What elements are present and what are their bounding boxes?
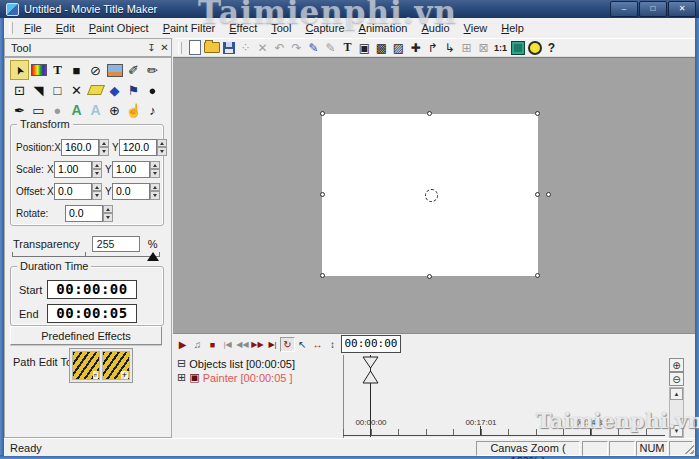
handle-top-center[interactable] — [427, 111, 432, 116]
select-tool[interactable]: ➤ — [10, 60, 29, 80]
position-x-stepper[interactable] — [99, 139, 109, 156]
position-x-field[interactable]: 160.0 — [61, 139, 99, 156]
loop-mode-button[interactable]: ↻ — [280, 337, 295, 352]
filled-rectangle-tool[interactable]: ■ — [67, 60, 86, 80]
offset-x-field[interactable]: 0.0 — [54, 183, 92, 200]
object-arrange-icon-1[interactable]: ▣ — [356, 40, 373, 56]
soft-text-tool[interactable]: A — [86, 100, 105, 120]
extend-vertical-button[interactable]: ↕ — [325, 337, 340, 352]
handle-bottom-center[interactable] — [427, 274, 432, 279]
redo-icon[interactable]: ↷ — [288, 40, 305, 56]
blur-tool[interactable]: ● — [143, 80, 162, 100]
painter-row[interactable]: ⊞ ▣ Painter [00:00:05 ] — [177, 371, 293, 384]
close-button[interactable]: ✕ — [668, 1, 696, 17]
handle-center-pivot[interactable] — [425, 189, 438, 202]
move-object-icon[interactable]: ✚ — [407, 40, 424, 56]
close-panel-icon[interactable]: ✕ — [158, 39, 171, 56]
path-edit-icon[interactable]: ▫ — [72, 351, 100, 380]
background-color-icon[interactable] — [526, 40, 543, 56]
stop-button[interactable]: ■ — [205, 337, 220, 352]
zoom-tool[interactable]: ⊕ — [105, 100, 124, 120]
offset-x-stepper[interactable] — [92, 183, 102, 200]
rotate-field[interactable]: 0.0 — [65, 205, 103, 222]
text-object-icon[interactable]: T — [339, 40, 356, 56]
show-grid-icon[interactable] — [509, 40, 526, 56]
open-folder-icon[interactable] — [203, 40, 220, 56]
scissors-tool[interactable]: ✕ — [67, 80, 86, 100]
handle-mid-left[interactable] — [320, 192, 325, 197]
text-tool[interactable]: T — [48, 60, 67, 80]
save-icon[interactable] — [220, 40, 237, 56]
flag-tool[interactable]: ⚑ — [124, 80, 143, 100]
objects-list-row[interactable]: ⊟ Objects list [00:00:05] — [177, 357, 295, 370]
image-tool[interactable] — [105, 60, 124, 80]
polygon-tool[interactable]: ⊘ — [86, 60, 105, 80]
handle-rotate[interactable] — [546, 192, 551, 197]
group-icon[interactable]: ⊞ — [458, 40, 475, 56]
position-y-stepper[interactable] — [157, 139, 167, 156]
fast-forward-button[interactable]: ▶▶ — [250, 337, 265, 352]
rotate-stepper[interactable] — [103, 205, 113, 222]
undo-icon[interactable]: ↶ — [271, 40, 288, 56]
delete-icon[interactable]: ✕ — [254, 40, 271, 56]
send-backward-icon[interactable]: ↳ — [441, 40, 458, 56]
timeline-marker[interactable] — [362, 356, 380, 386]
scale-x-stepper[interactable] — [92, 161, 102, 178]
object-arrange-icon-2[interactable]: ▩ — [373, 40, 390, 56]
remove-point-pen-icon[interactable]: ✎ — [322, 40, 339, 56]
knife-tool[interactable]: ✏ — [143, 60, 162, 80]
transparency-slider[interactable] — [12, 256, 160, 257]
play-button[interactable]: ▶ — [175, 337, 190, 352]
menu-effect[interactable]: Effect — [222, 19, 264, 38]
direct-select-tool[interactable]: ◥ — [29, 80, 48, 100]
menu-paint-filter[interactable]: Paint Filter — [156, 19, 223, 38]
expand-icon[interactable]: ⊞ — [177, 372, 186, 383]
ungroup-icon[interactable]: ⊠ — [475, 40, 492, 56]
scale-y-field[interactable]: 1.00 — [112, 161, 150, 178]
current-time-display[interactable]: 00:00:00 — [341, 335, 401, 353]
offset-y-field[interactable]: 0.0 — [112, 183, 150, 200]
go-to-end-button[interactable]: ▶| — [265, 337, 280, 352]
gradient-tool[interactable] — [29, 60, 48, 80]
rewind-button[interactable]: ◀◀ — [235, 337, 250, 352]
help-icon[interactable]: ? — [543, 40, 560, 56]
scroll-up-icon[interactable]: ▲ — [670, 388, 683, 400]
predefined-effects-button[interactable]: Predefined Effects — [10, 326, 162, 345]
menu-paint-object[interactable]: Paint Object — [82, 19, 156, 38]
scroll-down-icon[interactable]: ▼ — [670, 425, 683, 437]
handle-mid-right[interactable] — [535, 192, 540, 197]
eraser-tool[interactable] — [86, 80, 105, 100]
handle-bottom-left[interactable] — [320, 273, 325, 278]
transparency-slider-thumb[interactable] — [147, 252, 159, 261]
offset-y-stepper[interactable] — [150, 183, 160, 200]
timeline-scrollbar[interactable]: ▲ ▼ — [669, 387, 684, 438]
select-mode-button[interactable]: ↖ — [295, 337, 310, 352]
menu-audio[interactable]: Audio — [414, 19, 456, 38]
marquee-select-tool[interactable]: ⊡ — [10, 80, 29, 100]
transparency-value-field[interactable]: 255 — [92, 236, 140, 252]
scale-x-field[interactable]: 1.00 — [54, 161, 92, 178]
rectangle-tool[interactable]: □ — [48, 80, 67, 100]
go-to-start-button[interactable]: |◀ — [220, 337, 235, 352]
smudge-tool[interactable]: ● — [48, 100, 67, 120]
path-add-icon[interactable]: + — [102, 351, 130, 380]
object-arrange-icon-3[interactable]: ▨ — [390, 40, 407, 56]
menu-file[interactable]: File — [17, 19, 49, 38]
hand-tool[interactable]: ☝ — [124, 100, 143, 120]
canvas-area[interactable] — [173, 57, 695, 333]
outline-text-tool[interactable]: A — [67, 100, 86, 120]
menu-view[interactable]: View — [457, 19, 495, 38]
collapse-icon[interactable]: ⊟ — [177, 358, 186, 369]
extend-horizontal-button[interactable]: ↔ — [310, 337, 325, 352]
timeline-zoom-in-icon[interactable]: ⊕ — [669, 358, 684, 372]
fill-tool[interactable]: ◆ — [105, 80, 124, 100]
timeline-zoom-out-icon[interactable]: ⊖ — [669, 372, 684, 386]
actual-size-icon[interactable]: 1:1 — [492, 40, 509, 56]
rounded-rectangle-tool[interactable]: ▭ — [29, 100, 48, 120]
music-note-tool[interactable]: ♪ — [143, 100, 162, 120]
menu-capture[interactable]: Capture — [298, 19, 351, 38]
scale-y-stepper[interactable] — [150, 161, 160, 178]
capture-frame-icon[interactable]: ⁘ — [237, 40, 254, 56]
pin-icon[interactable]: ↧ — [145, 39, 158, 56]
position-y-field[interactable]: 120.0 — [119, 139, 157, 156]
